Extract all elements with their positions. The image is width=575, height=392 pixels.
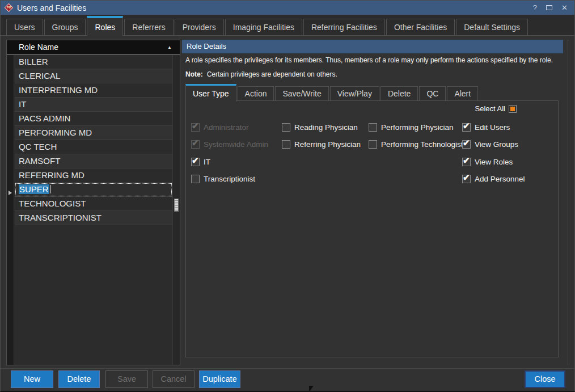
help-icon[interactable]: ? [533,1,537,15]
row-selector-gutter [7,55,14,365]
new-button[interactable]: New [11,370,53,388]
role-details-note: Note:Certain privileges are dependent on… [185,70,337,78]
sort-ascending-icon: ▲ [167,40,172,54]
checkbox-box-icon [462,123,471,132]
checkbox-box-icon [369,123,377,132]
duplicate-button[interactable]: Duplicate [199,370,240,388]
app-logo-icon: PR [5,4,13,12]
note-label: Note: [185,70,203,78]
checkbox-administrator[interactable]: Administrator [191,123,249,132]
note-text: Certain privileges are dependent on othe… [207,70,337,78]
mouse-cursor [309,386,314,392]
window-title: Users and Facilities [17,3,86,12]
role-row[interactable]: RAMSOFT [15,154,172,168]
checkbox-transcriptionist[interactable]: Transcriptionist [191,175,255,183]
tab-other-facilities[interactable]: Other Facilities [386,19,455,35]
checkbox-label: Transcriptionist [204,175,255,183]
current-row-pointer-icon [9,191,12,195]
checkbox-box-icon [462,140,471,149]
role-row[interactable]: CLERICAL [15,69,172,83]
tab-providers[interactable]: Providers [175,19,224,35]
main-tab-bar: Users Groups Roles Referrers Providers I… [1,15,574,36]
tab-referring-facilities[interactable]: Referring Facilities [303,19,385,35]
scrollbar-thumb[interactable] [174,199,179,212]
select-all-label: Select All [475,104,505,113]
checkbox-label: Add Personnel [475,175,525,183]
users-and-facilities-window: PR Users and Facilities ? ✕ Users Groups… [0,0,575,392]
checkbox-label: Administrator [204,123,249,132]
role-row-selected-editing[interactable]: SUPER [15,183,172,197]
column-header-label: Role Name [19,43,58,52]
role-row[interactable]: IT [15,98,172,112]
subtab-view-play[interactable]: View/Play [330,86,379,101]
checkbox-box-icon [462,175,471,183]
role-row[interactable]: REFERRING MD [15,168,172,183]
role-row[interactable]: QC TECH [15,140,172,154]
tab-users[interactable]: Users [6,19,43,35]
tab-groups[interactable]: Groups [44,19,86,35]
role-name-edit-selection: SUPER [19,184,49,194]
subtab-qc[interactable]: QC [419,86,446,101]
role-details-panel: Role Details A role specifies the privil… [182,40,563,364]
checkbox-box-icon [282,140,290,149]
subtab-save-write[interactable]: Save/Write [275,86,328,101]
role-row[interactable]: TRANSCRIPTIONIST [15,211,172,225]
checkbox-label: Referring Physician [294,140,361,149]
footer-divider [1,368,574,369]
tab-imaging-facilities[interactable]: Imaging Facilities [225,19,302,35]
app-logo-text: PR [5,6,13,9]
subtab-alert[interactable]: Alert [447,86,478,101]
role-row[interactable]: PACS ADMIN [15,112,172,126]
checkbox-view-groups[interactable]: View Groups [462,140,518,149]
save-button: Save [105,370,148,388]
checkbox-box-icon [462,158,471,166]
checkbox-performing-technologist[interactable]: Performing Technologist [369,140,463,149]
checkbox-box-icon [369,140,377,149]
title-bar: PR Users and Facilities ? ✕ [1,1,574,15]
subtab-action[interactable]: Action [238,86,274,101]
role-details-header: Role Details [182,40,563,53]
role-row[interactable]: INTERPRETING MD [15,83,172,98]
checkbox-box-icon [191,175,200,183]
close-button[interactable]: Close [525,370,565,388]
checkbox-label: View Groups [475,140,518,149]
panel-edge-line [568,40,568,365]
role-rows: BILLER CLERICAL INTERPRETING MD IT PACS … [15,55,172,225]
maximize-icon[interactable] [546,5,552,10]
checkbox-label: View Roles [475,158,513,166]
privilege-tab-bar: User Type Action Save/Write View/Play De… [185,83,559,101]
checkbox-view-roles[interactable]: View Roles [462,158,513,166]
checkbox-it[interactable]: IT [191,158,210,166]
checkbox-add-personnel[interactable]: Add Personnel [462,175,525,183]
close-icon[interactable]: ✕ [561,1,568,15]
select-all-checkbox[interactable]: Select All [475,104,517,113]
checkbox-referring-physician[interactable]: Referring Physician [282,140,361,149]
checkbox-box-icon [191,123,200,132]
select-all-box-icon[interactable] [509,105,517,113]
checkbox-box-icon [282,123,290,132]
role-row[interactable]: PERFORMING MD [15,126,172,140]
checkbox-label: Performing Technologist [381,140,463,149]
role-row[interactable]: TECHNOLOGIST [15,197,172,211]
delete-button[interactable]: Delete [58,370,100,388]
role-details-description: A role specifies the privileges for its … [185,56,561,64]
cancel-button: Cancel [153,370,195,388]
checkbox-box-icon [191,140,200,149]
checkbox-label: Systemwide Admin [204,140,268,149]
tab-default-settings[interactable]: Default Settings [456,19,528,35]
tab-referrers[interactable]: Referrers [124,19,173,35]
checkbox-box-icon [191,158,200,166]
subtab-user-type[interactable]: User Type [185,84,236,102]
checkbox-label: Reading Physician [294,123,358,132]
checkbox-performing-physician[interactable]: Performing Physician [369,123,454,132]
checkbox-reading-physician[interactable]: Reading Physician [282,123,358,132]
checkbox-label: Edit Users [475,123,510,132]
subtab-delete[interactable]: Delete [380,86,418,101]
role-row[interactable]: BILLER [15,55,172,69]
checkbox-systemwide-admin[interactable]: Systemwide Admin [191,140,268,149]
role-list-scrollbar[interactable] [172,55,180,365]
role-list-column-header[interactable]: Role Name ▲ [7,40,180,55]
checkbox-label: Performing Physician [381,123,454,132]
tab-roles[interactable]: Roles [87,16,123,36]
checkbox-edit-users[interactable]: Edit Users [462,123,510,132]
